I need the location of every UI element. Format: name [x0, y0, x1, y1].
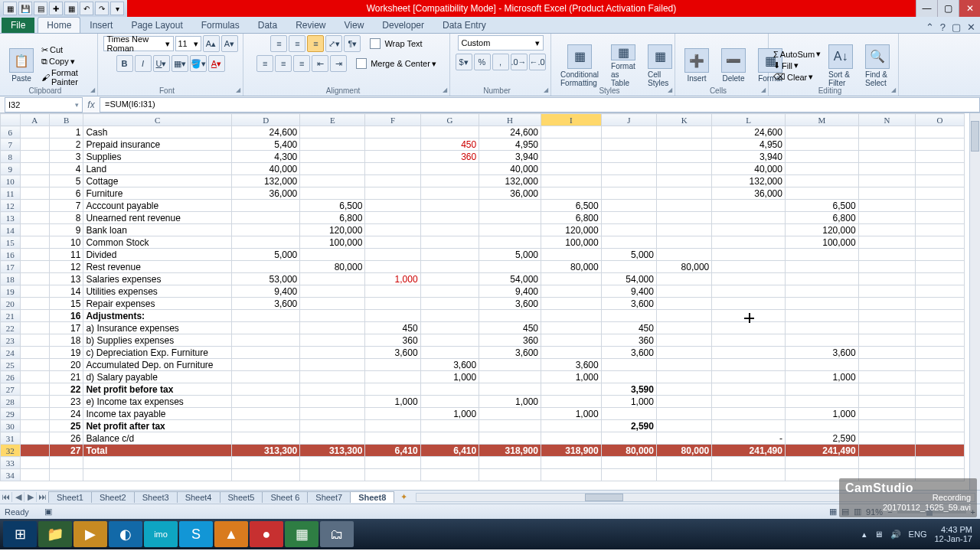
cell[interactable] — [916, 236, 965, 249]
cell[interactable] — [20, 420, 49, 432]
cell[interactable] — [601, 261, 656, 273]
cell[interactable] — [858, 432, 915, 445]
cell[interactable] — [365, 408, 420, 420]
underline-button[interactable]: U▾ — [153, 55, 170, 72]
cell[interactable] — [20, 322, 49, 334]
close-button[interactable]: ✕ — [959, 0, 980, 17]
align-right-icon[interactable]: ≡ — [293, 55, 310, 72]
cell[interactable] — [656, 334, 711, 347]
cell[interactable] — [785, 139, 858, 151]
align-middle-icon[interactable]: ≡ — [289, 35, 305, 52]
cell[interactable] — [365, 261, 420, 273]
cell[interactable]: 360 — [365, 334, 420, 347]
cell[interactable]: 5,000 — [601, 249, 656, 261]
cell[interactable] — [916, 249, 965, 261]
cell[interactable]: 2,590 — [785, 432, 858, 445]
cell[interactable] — [858, 224, 915, 236]
cell[interactable] — [420, 334, 479, 347]
cell[interactable]: Income tax payable — [83, 408, 232, 420]
cell[interactable] — [858, 334, 915, 347]
cell[interactable] — [858, 420, 915, 432]
row-header[interactable]: 14 — [1, 224, 21, 236]
cell[interactable] — [420, 457, 479, 469]
cell[interactable] — [365, 285, 420, 298]
row-header[interactable]: 11 — [1, 187, 21, 200]
cell[interactable]: 16 — [49, 310, 83, 322]
cell[interactable] — [20, 469, 49, 481]
cell[interactable]: 80,000 — [300, 261, 365, 273]
cell[interactable]: 3,600 — [601, 347, 656, 359]
cell[interactable]: 8 — [49, 212, 83, 224]
sheet-nav-next-icon[interactable]: ▶ — [24, 492, 37, 502]
cell[interactable] — [541, 175, 601, 187]
cell[interactable] — [20, 249, 49, 261]
cell[interactable] — [365, 139, 420, 151]
cell[interactable] — [712, 249, 786, 261]
qat-more-icon[interactable]: ▾ — [110, 2, 124, 15]
cell[interactable]: - — [712, 432, 786, 445]
cell[interactable] — [916, 139, 965, 151]
edge-icon[interactable]: ◐ — [109, 521, 142, 547]
cell[interactable] — [420, 163, 479, 175]
cell[interactable] — [858, 457, 915, 469]
cell[interactable] — [712, 322, 786, 334]
cell[interactable]: Acccount payable — [83, 200, 232, 212]
cell[interactable] — [541, 396, 601, 408]
autosum-button[interactable]: Σ AutoSum ▾ — [773, 49, 821, 59]
tray-icon[interactable]: 🔊 — [890, 530, 901, 540]
cell[interactable] — [231, 359, 299, 371]
cell[interactable] — [231, 200, 299, 212]
cell[interactable]: 360 — [420, 151, 479, 163]
cell[interactable] — [785, 151, 858, 163]
cell[interactable] — [916, 383, 965, 396]
column-header[interactable]: J — [601, 114, 656, 126]
cell[interactable] — [541, 383, 601, 396]
cell[interactable] — [858, 408, 915, 420]
sheet-tab[interactable]: Sheet 6 — [262, 491, 308, 503]
sheet-tab[interactable]: Sheet5 — [220, 491, 263, 503]
cell[interactable]: 36,000 — [231, 187, 299, 200]
cell[interactable] — [300, 334, 365, 347]
cell[interactable] — [49, 469, 83, 481]
cell[interactable] — [656, 175, 711, 187]
cell[interactable]: 1,000 — [479, 396, 541, 408]
cell[interactable] — [541, 298, 601, 310]
cell[interactable] — [541, 151, 601, 163]
cell[interactable] — [20, 126, 49, 139]
cell[interactable]: 1,000 — [365, 396, 420, 408]
cell[interactable]: 3 — [49, 151, 83, 163]
cell[interactable] — [420, 420, 479, 432]
cell[interactable]: 9,400 — [479, 285, 541, 298]
cell[interactable] — [479, 212, 541, 224]
tab-data-entry[interactable]: Data Entry — [433, 17, 495, 33]
cell[interactable] — [541, 273, 601, 285]
cell[interactable] — [916, 359, 965, 371]
cell[interactable] — [420, 310, 479, 322]
excel-taskbar-icon[interactable]: ▦ — [285, 521, 318, 547]
row-header[interactable]: 13 — [1, 212, 21, 224]
cell[interactable] — [656, 187, 711, 200]
cell[interactable] — [785, 273, 858, 285]
cell[interactable] — [420, 261, 479, 273]
cell[interactable] — [656, 371, 711, 383]
cell[interactable] — [20, 273, 49, 285]
cell[interactable]: 4,300 — [231, 151, 299, 163]
cell[interactable]: 100,000 — [541, 236, 601, 249]
save-icon[interactable]: 💾 — [18, 2, 32, 15]
cell[interactable] — [858, 175, 915, 187]
cell[interactable]: Repair expenses — [83, 298, 232, 310]
row-header[interactable]: 25 — [1, 359, 21, 371]
cell[interactable] — [365, 432, 420, 445]
cell[interactable]: 450 — [420, 139, 479, 151]
cell[interactable] — [541, 310, 601, 322]
cell[interactable] — [858, 187, 915, 200]
folder-icon[interactable]: 🗂 — [320, 521, 354, 547]
cell[interactable] — [712, 347, 786, 359]
cell[interactable]: 318,900 — [479, 445, 541, 457]
cell[interactable] — [656, 212, 711, 224]
cell[interactable] — [479, 236, 541, 249]
cell[interactable]: Total — [83, 445, 232, 457]
cell[interactable] — [83, 469, 232, 481]
cell[interactable]: 6,500 — [785, 200, 858, 212]
cell[interactable] — [20, 236, 49, 249]
